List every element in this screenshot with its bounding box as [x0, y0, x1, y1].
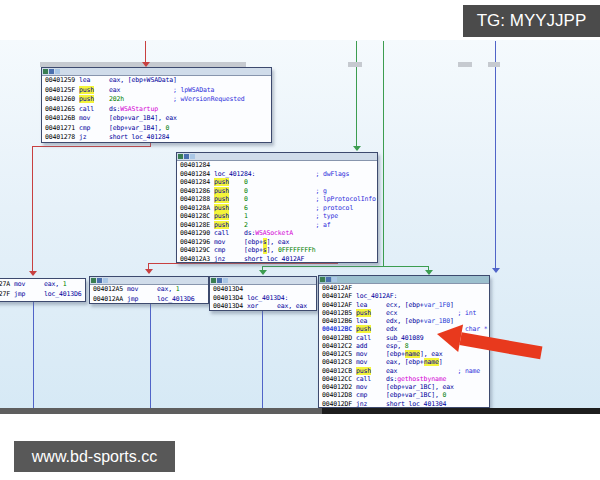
- asm-line[interactable]: 00401265 call ds:WSAStartup: [42, 105, 271, 115]
- asm-token-o: ], eax: [420, 350, 443, 358]
- asm-token-o: ecx, [ebp+: [386, 301, 424, 309]
- asm-token-c: ; dwFlags: [316, 170, 350, 178]
- node-button-icon[interactable]: [55, 69, 60, 74]
- bottom-dark-band-right: [322, 408, 600, 414]
- node-titlebar[interactable]: [42, 68, 271, 76]
- graph-node-4013D4[interactable]: 004013D4004013D4 loc_4013D4:004013D4 xor…: [209, 276, 317, 311]
- asm-line[interactable]: 00401296 mov [ebp+s], eax: [177, 238, 377, 247]
- node-titlebar[interactable]: [210, 277, 316, 285]
- asm-line[interactable]: 0040127A mov eax, 1: [0, 279, 85, 289]
- asm-line[interactable]: 00401284 loc_401284: ; dwFlags: [177, 170, 377, 179]
- flow-edge: [262, 310, 263, 408]
- flow-edge-arrowhead: [492, 268, 500, 273]
- asm-line[interactable]: 0040127F jmp loc_4013D6: [0, 289, 85, 299]
- node-titlebar[interactable]: [319, 276, 489, 284]
- node-button-icon[interactable]: [211, 278, 216, 283]
- asm-line[interactable]: 0040129C cmp [ebp+s], 0FFFFFFFFh: [177, 246, 377, 255]
- asm-line[interactable]: 004012D8 cmp [ebp+var_1BC], 0: [319, 391, 489, 399]
- asm-token-m: [371, 367, 386, 375]
- red-annotation-arrow-head: [435, 320, 463, 352]
- node-button-icon[interactable]: [43, 69, 48, 74]
- asm-line[interactable]: 004013D4 xor eax, eax: [210, 302, 316, 311]
- flow-edge: [150, 303, 151, 408]
- asm-line[interactable]: 004012AF lea ecx, [ebp+var_1F0]: [319, 301, 489, 309]
- asm-line[interactable]: 00401284 push 0: [177, 178, 377, 187]
- asm-line[interactable]: 004012DF jnz short loc_401304: [319, 400, 489, 408]
- asm-line[interactable]: 00401286 push 0 ; g: [177, 187, 377, 196]
- asm-token-o: [248, 204, 316, 212]
- asm-token-a: 00401286: [180, 187, 214, 195]
- asm-line[interactable]: 0040125F push eax ; lpWSAData: [42, 86, 271, 96]
- asm-token-m: cmp: [214, 246, 244, 254]
- asm-line[interactable]: 0040126B mov [ebp+var_1B4], eax: [42, 114, 271, 124]
- asm-token-o: edx: [386, 325, 397, 333]
- node-button-icon[interactable]: [97, 278, 102, 283]
- asm-token-m: mov: [79, 114, 109, 122]
- asm-line[interactable]: 00401284: [177, 161, 377, 170]
- asm-token-hl: push: [214, 221, 229, 229]
- node-button-icon[interactable]: [91, 278, 96, 283]
- asm-line[interactable]: 0040128A push 6 ; protocol: [177, 204, 377, 213]
- asm-token-n: 202h: [109, 95, 124, 103]
- flow-edge-arrowhead: [29, 271, 37, 276]
- asm-line[interactable]: 004012C8 mov eax, [ebp+name]: [319, 358, 489, 366]
- node-button-icon[interactable]: [326, 277, 331, 282]
- asm-token-m: jnz: [214, 255, 244, 263]
- graph-node-40127A[interactable]: 0040127A mov eax, 10040127F jmp loc_4013…: [0, 278, 86, 302]
- asm-token-f: gethostbyname: [397, 375, 446, 383]
- asm-token-m: [229, 212, 244, 220]
- asm-token-a: 004012AF: [322, 292, 356, 300]
- asm-token-v: var_1F0: [424, 301, 450, 309]
- node-button-icon[interactable]: [332, 277, 337, 282]
- asm-token-a: 004012A5: [93, 285, 127, 293]
- asm-line[interactable]: 004012AF: [319, 284, 489, 292]
- asm-token-a: 004012C2: [322, 342, 356, 350]
- graph-node-401284[interactable]: 0040128400401284 loc_401284: ; dwFlags00…: [176, 152, 378, 263]
- asm-line[interactable]: 00401260 push 202h ; wVersionRequested: [42, 95, 271, 105]
- asm-line[interactable]: 004013D4 loc_4013D4:: [210, 294, 316, 303]
- node-button-icon[interactable]: [223, 278, 228, 283]
- asm-line[interactable]: 004013D4: [210, 285, 316, 294]
- graph-node-401259[interactable]: 00401259 lea eax, [ebp+WSAData]0040125F …: [41, 67, 272, 143]
- node-button-icon[interactable]: [49, 69, 54, 74]
- asm-token-o: ecx: [386, 309, 397, 317]
- asm-line[interactable]: 004012CC call ds:gethostbyname: [319, 375, 489, 383]
- asm-token-a: 004012A3: [180, 255, 214, 263]
- graph-node-4012A5[interactable]: 004012A5 mov eax, 1004012AA jmp loc_4013…: [89, 276, 209, 304]
- asm-line[interactable]: 004012A3 jnz short loc_4012AF: [177, 255, 377, 264]
- asm-line[interactable]: 004012AA jmp loc_4013D6: [90, 295, 208, 305]
- asm-line[interactable]: 00401259 lea eax, [ebp+WSAData]: [42, 76, 271, 86]
- node-button-icon[interactable]: [178, 154, 183, 159]
- asm-token-o: eax, [ebp+WSAData]: [109, 76, 177, 84]
- asm-token-o: edx, [ebp+: [386, 317, 424, 325]
- asm-token-n: 0FFFFFFFFh: [278, 246, 316, 254]
- asm-token-n: 8: [405, 342, 409, 350]
- asm-line[interactable]: 004012B5 push ecx ; int: [319, 309, 489, 317]
- node-titlebar[interactable]: [177, 153, 377, 161]
- node-button-icon[interactable]: [320, 277, 325, 282]
- asm-token-o: ],: [267, 246, 278, 254]
- node-button-icon[interactable]: [217, 278, 222, 283]
- node-button-icon[interactable]: [184, 154, 189, 159]
- node-titlebar[interactable]: [90, 277, 208, 285]
- node-button-icon[interactable]: [190, 154, 195, 159]
- asm-line[interactable]: 004012CB push eax ; name: [319, 367, 489, 375]
- asm-token-o: eax: [109, 86, 120, 94]
- asm-token-m: [229, 195, 244, 203]
- asm-token-o: loc_4013D6: [44, 290, 82, 298]
- asm-line[interactable]: 004012D2 mov [ebp+var_1BC], eax: [319, 383, 489, 391]
- asm-token-o: ]: [450, 301, 454, 309]
- asm-line[interactable]: 00401290 call ds:WSASocketA: [177, 229, 377, 238]
- asm-token-m: [229, 204, 244, 212]
- asm-line[interactable]: 0040128C push 1 ; type: [177, 212, 377, 221]
- node-button-icon[interactable]: [103, 278, 108, 283]
- asm-line[interactable]: 004012A5 mov eax, 1: [90, 285, 208, 295]
- asm-token-a: 004012B6: [322, 317, 356, 325]
- asm-line[interactable]: 0040128E push 2 ; af: [177, 221, 377, 230]
- asm-token-a: 00401284: [180, 170, 214, 178]
- asm-line[interactable]: 00401278 jz short loc_401284: [42, 133, 271, 143]
- asm-line[interactable]: 00401271 cmp [ebp+var_1B4], 0: [42, 124, 271, 134]
- asm-line[interactable]: 004012AF loc_4012AF:: [319, 292, 489, 300]
- asm-line[interactable]: 00401288 push 0 ; lpProtocolInfo: [177, 195, 377, 204]
- asm-token-m: mov: [214, 238, 244, 246]
